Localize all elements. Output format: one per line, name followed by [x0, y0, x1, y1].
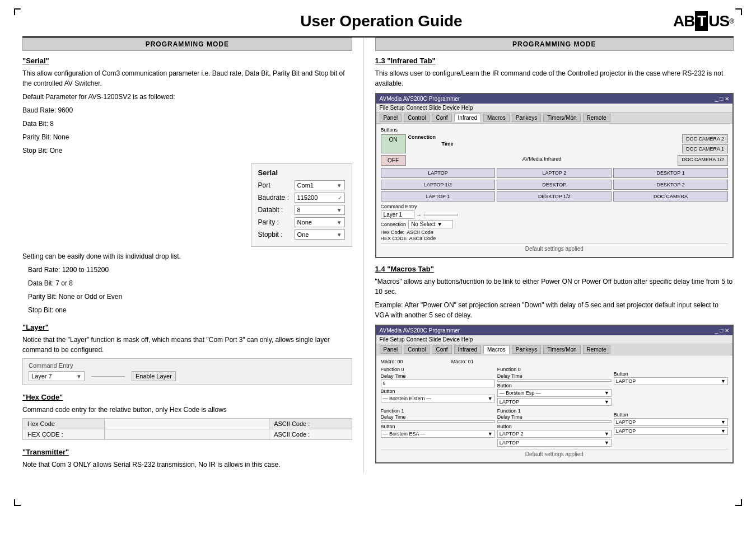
macros-desc1: "Macros" allows any buttons/fucntion to … [375, 277, 734, 297]
mf1c1-sub-val: LAPTOP [500, 440, 519, 446]
off-button[interactable]: OFF [381, 155, 406, 166]
mf1c2-sub-drop[interactable]: LAPTOP ▼ [614, 427, 728, 435]
tab-timers[interactable]: Timers/Mon [543, 114, 580, 122]
grid-btn-desktop[interactable]: DESKTOP [497, 180, 612, 190]
sw-tabs-mac: Panel Control Conf Infrared Macros Panke… [376, 344, 732, 355]
mc0-btn-lbl: Button [381, 388, 495, 394]
mc1-sub-dropdown[interactable]: LAPTOP ▼ [497, 398, 612, 406]
serial-section: "Serial" This allow configuration of Com… [22, 57, 352, 315]
layer-field-ir[interactable]: Layer 1 [381, 210, 414, 219]
grid-btn-desktop1[interactable]: DESKTOP 1 [613, 168, 728, 178]
hex-table: Hex Code ASCII Code : HEX CODE : ASCII C… [22, 418, 352, 440]
mc0-delay-input[interactable]: 5 [381, 380, 495, 387]
serial-desc3: Setting can be easily done with its indi… [22, 251, 352, 261]
hex-row-2: HEX CODE : ASCII Code : [23, 429, 352, 440]
cmd-entry-title: Command Entry [29, 362, 346, 369]
mc1-btn-val: — Borstein Esp — [500, 390, 541, 396]
databit-input[interactable]: 8 ▼ [295, 205, 345, 215]
tab-remote[interactable]: Remote [583, 114, 610, 122]
infrared-section: 1.3 "Infrared Tab" This allows user to c… [375, 57, 734, 258]
grid-btn-doccam[interactable]: DOC CAMERA [613, 191, 728, 202]
sw-content-ir: Buttons ON Connection Time [376, 124, 732, 257]
mf1-btn-drop[interactable]: — Borstein ESA — ▼ [381, 430, 495, 438]
mc0-btn-dropdown[interactable]: — Borstein Elstern — ▼ [381, 395, 495, 402]
mf1c2-btn-drop[interactable]: LAPTOP ▼ [614, 418, 728, 426]
macros-screenshot: AVMedia AVS200C Programmer _ □ ✕ File Se… [375, 325, 734, 463]
mc2-btn-dropdown[interactable]: LAPTOP ▼ [614, 377, 728, 385]
mac-tab-timers[interactable]: Timers/Mon [543, 345, 580, 354]
port-input[interactable]: Com1 ▼ [295, 180, 345, 190]
ascii-code-value: ASCII Code : [269, 429, 352, 440]
mc1-delay-input[interactable] [497, 380, 612, 382]
enable-layer-button[interactable]: Enable Layer [132, 371, 176, 381]
mac-tab-macros[interactable]: Macros [483, 345, 510, 354]
cmd-entry-label-ir: Command Entry [381, 204, 728, 209]
command-entry-box: Command Entry Layer 7 ▼ Enable Layer [22, 358, 352, 385]
mf1c1-delay[interactable] [497, 420, 612, 423]
hex-code-value: HEX CODE : [23, 429, 105, 440]
mc2-btn-val: LAPTOP [616, 378, 636, 384]
mac-tab-pankeys[interactable]: Pankeys [512, 345, 541, 354]
conn-select-ir[interactable]: No Select ▼ [408, 220, 453, 228]
tab-pankeys[interactable]: Pankeys [512, 114, 541, 122]
tab-infrared[interactable]: Infrared [454, 114, 481, 122]
grid-btn-desktop12[interactable]: DESKTOP 1/2 [497, 191, 612, 202]
range1: Bard Rate: 1200 to 115200 [28, 265, 352, 275]
mf1c1-btn-drop[interactable]: LAPTOP 2 ▼ [497, 430, 612, 438]
sw-content-mac: Macro: 00 Macro: 01 Function 0 Delay Tim… [376, 355, 732, 462]
corner-mark-bl [14, 499, 21, 506]
cmd-value-field[interactable] [424, 214, 458, 216]
corner-mark-br [735, 499, 742, 506]
cmd-row-ir: Layer 1 → [381, 210, 728, 219]
stopbit-input[interactable]: One ▼ [295, 229, 345, 240]
right-column: PROGRAMMING MODE 1.3 "Infrared Tab" This… [364, 38, 734, 473]
mac-tab-panel[interactable]: Panel [380, 345, 402, 354]
mc1-delay-lbl: Delay Time [497, 373, 612, 379]
grid-btn-laptop12[interactable]: LAPTOP 1/2 [381, 180, 496, 190]
range4: Stop Bit: one [28, 305, 352, 315]
mf1c1-sub-drop[interactable]: LAPTOP ▼ [497, 439, 612, 447]
mac-tab-remote[interactable]: Remote [583, 345, 610, 354]
on-off-row: ON Connection Time DOC CAMERA 2 DOC CAME… [381, 134, 728, 153]
mac-tab-control[interactable]: Control [404, 345, 430, 354]
on-button[interactable]: ON [381, 134, 406, 153]
mac-tab-infrared[interactable]: Infrared [454, 345, 481, 354]
sw-titlebar-macros: AVMedia AVS200C Programmer _ □ ✕ [376, 326, 732, 335]
mc0-func: Function 0 [381, 367, 495, 372]
camera-btn-12[interactable]: DOC CAMERA 1/2 [678, 155, 728, 166]
hex-code-label: Hex Code [23, 419, 105, 429]
tab-panel[interactable]: Panel [380, 114, 402, 122]
serial-param-3: Stop Bit: One [22, 146, 352, 156]
layer-title: "Layer" [22, 323, 352, 331]
tab-control[interactable]: Control [404, 114, 430, 122]
mc1-btn-dropdown[interactable]: — Borstein Esp — ▼ [497, 389, 612, 397]
grid-btn-laptop2[interactable]: LAPTOP 2 [497, 168, 612, 178]
parity-label: Parity : [258, 218, 295, 226]
baudrate-input[interactable]: 115200 ✓ [295, 193, 345, 203]
mc1-btn-lbl: Button [497, 383, 612, 388]
grid-btn-laptop1[interactable]: LAPTOP 1 [381, 191, 496, 202]
page-title: User Operation Guide [90, 12, 673, 30]
parity-input[interactable]: None ▼ [295, 217, 345, 227]
grid-btn-desktop2[interactable]: DESKTOP 2 [613, 180, 728, 190]
camera-btn-2[interactable]: DOC CAMERA 2 [682, 134, 728, 143]
serial-port-row: Port Com1 ▼ [258, 180, 345, 190]
mf1c1-btn-val: LAPTOP 2 [500, 431, 524, 437]
grid-btn-laptop[interactable]: LAPTOP [381, 168, 496, 178]
tab-macros[interactable]: Macros [483, 114, 510, 122]
mac-tab-conf[interactable]: Conf [432, 345, 451, 354]
header: User Operation Guide AB T US ® [22, 11, 734, 38]
layer-dropdown[interactable]: Layer 7 ▼ [29, 371, 85, 381]
tab-conf[interactable]: Conf [432, 114, 451, 122]
stopbit-row: Stopbit : One ▼ [258, 229, 345, 240]
mf1-delay[interactable] [381, 420, 495, 423]
left-column: PROGRAMMING MODE "Serial" This allow con… [22, 38, 364, 473]
macro-col-2: Button LAPTOP ▼ [614, 367, 728, 406]
hex-code-section: "Hex Code" Command code entry for the re… [22, 393, 352, 440]
mf1-col0: Function 1 Delay Time Button — Borstein … [381, 408, 495, 447]
sw-menubar-mac: File Setup Connect Slide Device Help [376, 335, 732, 344]
databit-row: Databit : 8 ▼ [258, 205, 345, 215]
camera-btn-1[interactable]: DOC CAMERA 1 [682, 144, 728, 153]
baudrate-label: Baudrate : [258, 194, 295, 202]
buttons-label: Buttons [381, 127, 728, 133]
